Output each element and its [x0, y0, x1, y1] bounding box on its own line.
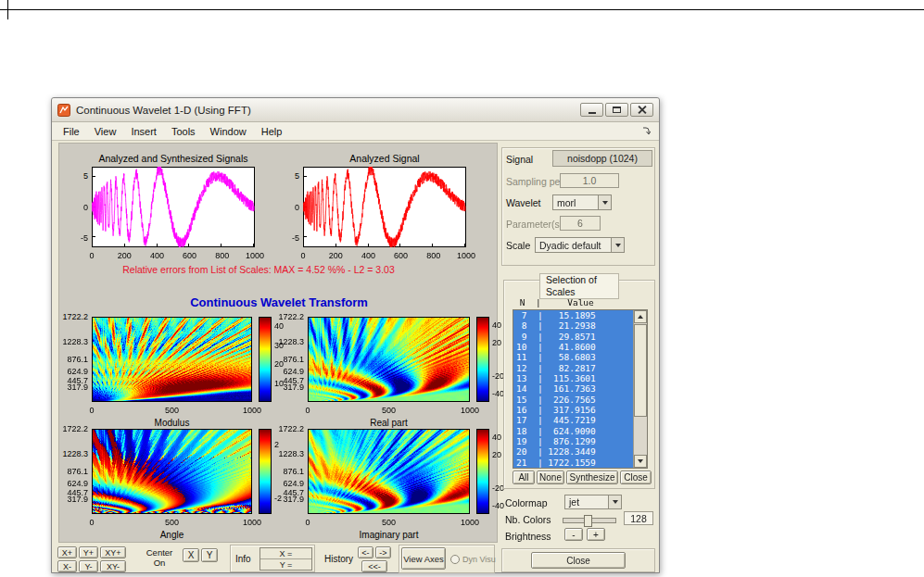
- close-button[interactable]: [630, 103, 653, 117]
- history-back-all-button[interactable]: <<-: [361, 560, 387, 572]
- scale-list-row[interactable]: 14 | 161.7363: [513, 383, 633, 394]
- analyzed-signal-plot[interactable]: [303, 167, 466, 247]
- dock-figure-icon[interactable]: [642, 127, 651, 135]
- nb-colors-slider[interactable]: [563, 518, 616, 523]
- tick-label: 1722.2: [58, 312, 88, 321]
- parameter-field: 6: [560, 216, 601, 231]
- scale-list-row[interactable]: 15 | 226.7565: [513, 395, 633, 405]
- tick-label: 876.1: [58, 467, 88, 476]
- title-bar[interactable]: Continuous Wavelet 1-D (Using FFT): [52, 98, 659, 122]
- tick-label: 40: [492, 433, 501, 442]
- select-all-button[interactable]: All: [513, 470, 535, 484]
- scale-list-row[interactable]: 16 | 317.9156: [513, 405, 633, 415]
- menu-item-file[interactable]: File: [56, 124, 87, 139]
- scale-list-row[interactable]: 10 | 41.8600: [513, 342, 633, 352]
- tick-label: 40: [492, 320, 501, 330]
- modulus-axis-label: Modulus: [92, 418, 252, 428]
- view-axes-button[interactable]: View Axes: [401, 547, 446, 570]
- modulus-heatmap[interactable]: [92, 317, 252, 402]
- zoom-button-xminus[interactable]: X-: [57, 560, 77, 572]
- synthesized-signal-plot[interactable]: [92, 167, 255, 247]
- plot-area: Analyzed and Synthesized Signals Analyze…: [58, 143, 498, 543]
- scale-list-row[interactable]: 12 | 82.2817: [513, 363, 633, 373]
- angle-axis-label: Angle: [92, 530, 252, 540]
- menu-item-help[interactable]: Help: [254, 124, 290, 139]
- wavelet-dropdown[interactable]: morl: [552, 194, 612, 210]
- signal-value: noisdopp (1024): [552, 150, 652, 167]
- brightness-minus-button[interactable]: -: [564, 528, 583, 541]
- tick-label: -5: [277, 233, 299, 243]
- scale-list-row[interactable]: 20 | 1228.3449: [513, 446, 633, 457]
- scale-list-row[interactable]: 7 | 15.1895: [513, 310, 633, 320]
- zoom-button-group: X+Y+XY+X-Y-XY-: [57, 546, 128, 572]
- menu-item-window[interactable]: Window: [203, 124, 254, 139]
- parameter-label: Parameter(s): [506, 219, 563, 230]
- tick-label: 1228.3: [58, 449, 88, 458]
- center-x-button[interactable]: X: [183, 548, 199, 562]
- scrollbar-thumb[interactable]: [634, 324, 647, 417]
- maximize-button[interactable]: [605, 103, 628, 117]
- nb-colors-field[interactable]: 128: [624, 511, 653, 525]
- tick-label: 876.1: [274, 467, 304, 476]
- colormap-dropdown[interactable]: jet: [564, 495, 622, 509]
- info-y-field[interactable]: Y =: [260, 559, 311, 571]
- wavelet-value: morl: [553, 195, 598, 209]
- tick-label: 5: [66, 171, 88, 181]
- tick-label: 1722.2: [274, 424, 304, 433]
- zoom-button-yminus[interactable]: Y-: [79, 560, 98, 572]
- scale-list-row[interactable]: 9 | 29.8571: [513, 332, 633, 342]
- scroll-up-icon[interactable]: [634, 310, 647, 323]
- zoom-button-xplus[interactable]: X+: [57, 546, 77, 558]
- scales-list: 7 | 15.1895 8 | 21.2938 9 | 29.857110 | …: [513, 310, 633, 468]
- selection-of-scales-title: Selection of Scales: [539, 273, 619, 299]
- scales-list-header: N | Value: [514, 297, 594, 307]
- tick-label: 1000: [459, 406, 481, 415]
- tick-label: 0: [277, 203, 299, 212]
- tick-label: 400: [146, 251, 168, 260]
- scroll-down-icon[interactable]: [634, 455, 647, 468]
- scale-list-row[interactable]: 21 | 1722.1559: [513, 458, 633, 468]
- scale-mode-dropdown[interactable]: Dyadic default: [535, 237, 625, 253]
- zoom-button-xyplus[interactable]: XY+: [100, 546, 126, 558]
- minimize-button[interactable]: [580, 103, 603, 117]
- tick-label: 624.9: [58, 479, 88, 488]
- menu-item-tools[interactable]: Tools: [164, 124, 203, 139]
- info-x-field[interactable]: X =: [260, 548, 311, 559]
- tick-label: 1000: [244, 251, 266, 260]
- close-scales-button[interactable]: Close: [620, 470, 652, 484]
- slider-thumb[interactable]: [584, 515, 592, 527]
- scale-list-row[interactable]: 19 | 876.1299: [513, 436, 633, 446]
- scale-list-row[interactable]: 11 | 58.6803: [513, 352, 633, 362]
- scale-list-row[interactable]: 13 | 115.3601: [513, 373, 633, 383]
- sampling-period-field: 1.0: [560, 173, 619, 188]
- dyn-visu-radio[interactable]: [450, 555, 460, 564]
- tick-label: 20: [492, 450, 501, 459]
- center-y-button[interactable]: Y: [201, 548, 218, 562]
- scale-list-row[interactable]: 18 | 624.9090: [513, 426, 633, 436]
- close-window-button[interactable]: Close: [531, 552, 626, 569]
- synthesized-plot-title: Analyzed and Synthesized Signals: [81, 153, 266, 164]
- history-back-button[interactable]: <-: [358, 546, 373, 558]
- scales-scrollbar[interactable]: [633, 310, 647, 468]
- zoom-button-xyminus[interactable]: XY-: [100, 560, 126, 572]
- imaginary-part-axis-label: Imaginary part: [308, 530, 470, 540]
- scale-mode-value: Dyadic default: [536, 238, 611, 252]
- imaginary-part-heatmap[interactable]: [308, 429, 470, 514]
- tick-label: 0: [297, 518, 319, 527]
- angle-heatmap[interactable]: [92, 429, 252, 514]
- zoom-button-yplus[interactable]: Y+: [79, 546, 98, 558]
- tick-label: 400: [357, 251, 379, 260]
- matlab-icon: [57, 104, 70, 117]
- menu-item-view[interactable]: View: [87, 124, 124, 139]
- real-part-heatmap[interactable]: [308, 317, 470, 402]
- tick-label: 200: [324, 251, 347, 260]
- select-none-button[interactable]: None: [537, 470, 564, 484]
- brightness-plus-button[interactable]: +: [587, 528, 605, 541]
- history-forward-button[interactable]: ->: [375, 546, 391, 558]
- synthesize-button[interactable]: Synthesize: [566, 470, 618, 484]
- scale-list-row[interactable]: 8 | 21.2938: [513, 320, 633, 331]
- tick-label: 600: [390, 251, 412, 260]
- menu-item-insert[interactable]: Insert: [123, 124, 164, 139]
- tick-label: 1000: [241, 518, 263, 527]
- scale-list-row[interactable]: 17 | 445.7219: [513, 415, 633, 425]
